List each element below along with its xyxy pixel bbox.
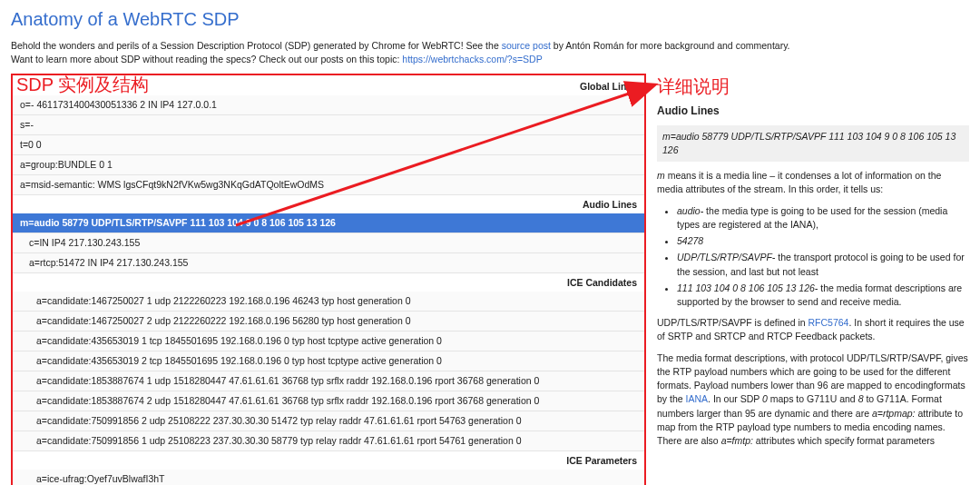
sdp-line[interactable]: a=candidate:1853887674 2 udp 1518280447 … [13,391,644,411]
detail-paragraph: UDP/TLS/RTP/SAVPF is defined in RFC5764.… [657,316,969,343]
sdp-line[interactable]: a=candidate:1853887674 1 udp 1518280447 … [13,371,644,391]
section-header-ice-parameters: ICE Parameters [13,451,644,470]
page-title: Anatomy of a WebRTC SDP [11,9,969,30]
detail-paragraph: The media format descriptions, with prot… [657,351,969,449]
sdp-line[interactable]: a=ice-ufrag:Oyef7uvBlwafI3hT [13,470,644,485]
section-header-audio: Audio Lines [13,195,644,213]
detail-em: UDP/TLS/RTP/SAVPF- [677,252,775,262]
detail-text: . In our SDP [708,393,762,404]
detail-text: attributes which specify format paramete… [753,435,935,446]
intro-text-c: Want to learn more about SDP without rea… [11,54,402,64]
sdp-line[interactable]: a=group:BUNDLE 0 1 [13,155,644,175]
list-item: UDP/TLS/RTP/SAVPF- the transport protoco… [677,251,969,278]
detail-list: audio- the media type is going to be use… [657,204,969,310]
detail-em: a=fmtp: [721,435,753,446]
intro-text-b: by Antón Román for more background and c… [554,40,790,51]
intro-text-a: Behold the wonders and perils of a Sessi… [11,40,502,51]
sdp-line[interactable]: a=candidate:750991856 1 udp 25108223 237… [13,431,644,451]
sdp-line[interactable]: a=msid-semantic: WMS lgsCFqt9kN2fVKw5wg3… [13,175,644,195]
sdp-line[interactable]: a=candidate:1467250027 1 udp 2122260223 … [13,292,644,312]
detail-text: means it is a media line – it condenses … [657,170,941,194]
sdp-line[interactable]: a=candidate:435653019 2 tcp 1845501695 1… [13,351,644,371]
detail-text: the media type is going to be used for t… [677,205,947,230]
section-header-ice-candidates: ICE Candidates [13,273,644,292]
sdp-line[interactable]: a=candidate:435653019 1 tcp 1845501695 1… [13,332,644,351]
detail-line-box: m=audio 58779 UDP/TLS/RTP/SAVPF 111 103 … [657,125,969,162]
detail-text: UDP/TLS/RTP/SAVPF is defined in [657,317,808,328]
detail-em: audio- [677,205,703,216]
detail-em: 54278 [677,235,703,246]
sdp-line-selected[interactable]: m=audio 58779 UDP/TLS/RTP/SAVPF 111 103 … [13,213,644,233]
sdp-line[interactable]: c=IN IP4 217.130.243.155 [13,233,644,253]
sdp-line[interactable]: t=0 0 [13,135,644,155]
hacks-link[interactable]: https://webrtchacks.com/?s=SDP [402,54,542,64]
detail-em: m [657,170,665,181]
detail-pane: 详细说明 Audio Lines m=audio 58779 UDP/TLS/R… [657,74,969,485]
sdp-line[interactable]: s=- [13,115,644,135]
intro-text: Behold the wonders and perils of a Sessi… [11,39,969,66]
sdp-line[interactable]: a=rtcp:51472 IN IP4 217.130.243.155 [13,253,644,273]
list-item: audio- the media type is going to be use… [677,204,969,232]
list-item: 111 103 104 0 8 106 105 13 126- the medi… [677,282,969,309]
sdp-panel-outline: Global Lines o=- 4611731400430051336 2 I… [11,74,646,485]
sdp-line[interactable]: a=candidate:750991856 2 udp 25108222 237… [13,411,644,431]
sdp-line[interactable]: o=- 4611731400430051336 2 IN IP4 127.0.0… [13,95,644,115]
left-annotation-label: SDP 实例及结构 [16,75,149,94]
detail-header: Audio Lines [657,104,969,119]
rfc-link[interactable]: RFC5764 [808,317,849,328]
source-post-link[interactable]: source post [502,40,551,51]
iana-link[interactable]: IANA [686,393,709,404]
detail-text: maps to G711U and [768,393,858,404]
detail-em: a=rtpmap: [872,408,916,419]
list-item: 54278 [677,234,969,248]
sdp-line[interactable]: a=candidate:1467250027 2 udp 2122260222 … [13,312,644,332]
right-annotation-label: 详细说明 [657,74,969,100]
detail-paragraph: m means it is a media line – it condense… [657,169,969,196]
detail-em: 111 103 104 0 8 106 105 13 126- [677,282,818,293]
